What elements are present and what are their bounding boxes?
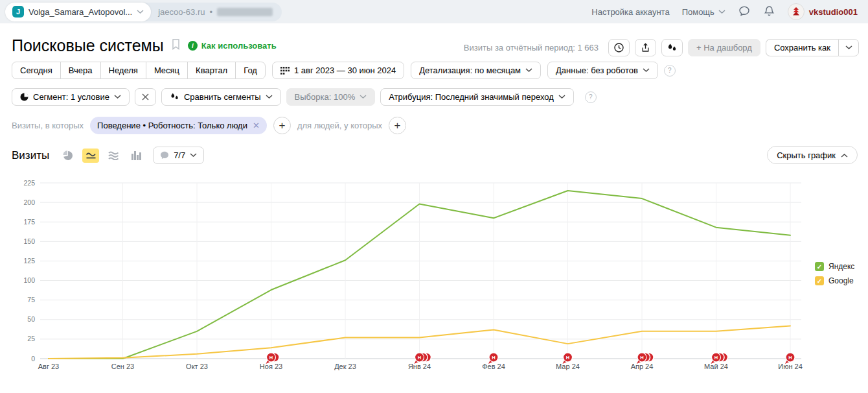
- counter-logo-icon: J: [12, 6, 24, 18]
- data-mode-dropdown[interactable]: Данные: без роботов: [547, 62, 658, 79]
- line-chart-icon[interactable]: [82, 149, 99, 163]
- metric-title: Визиты: [12, 149, 49, 162]
- chart-legend: ✓Яндекс✓Google: [815, 262, 854, 285]
- stacked-area-icon[interactable]: [105, 149, 122, 163]
- svg-text:Н: Н: [492, 355, 495, 361]
- legend-item[interactable]: ✓Google: [815, 276, 854, 285]
- legend-checkbox-icon[interactable]: ✓: [815, 262, 824, 271]
- visits-line-chart[interactable]: 0255075100125150175200225Авг 23Сен 23Окт…: [0, 173, 810, 387]
- chart-type-switcher: [60, 149, 144, 163]
- svg-text:Н: Н: [788, 355, 792, 361]
- y-axis-tick: 125: [23, 257, 35, 265]
- how-to-use-link[interactable]: i Как использовать: [188, 41, 277, 51]
- attribution-dropdown[interactable]: Атрибуция: Последний значимый переход: [380, 88, 574, 106]
- header-actions: Визиты за отчётный период: 1 663 + На да…: [464, 39, 859, 56]
- compare-drops-icon: [170, 93, 179, 101]
- question-icon[interactable]: ?: [664, 65, 676, 77]
- clear-segment-button[interactable]: [135, 88, 156, 106]
- visits-summary: Визиты за отчётный период: 1 663: [464, 43, 599, 53]
- x-axis-tick: Июн 24: [778, 363, 803, 370]
- x-axis-tick: Апр 24: [631, 363, 654, 370]
- title-row: Поисковые системы i Как использовать: [12, 36, 277, 55]
- counter-site-info: jaecoo-63.ru •: [151, 7, 282, 17]
- save-as-button[interactable]: Сохранить как: [766, 39, 838, 56]
- preset-button[interactable]: Месяц: [146, 62, 188, 79]
- save-as-caret-button[interactable]: [838, 39, 859, 56]
- help-menu[interactable]: Помощь: [682, 7, 725, 17]
- hide-chart-button[interactable]: Скрыть график: [767, 146, 858, 164]
- export-button[interactable]: [635, 39, 656, 56]
- y-axis-tick: 200: [23, 198, 35, 206]
- chevron-down-icon: [845, 45, 852, 50]
- x-axis-tick: Ноя 23: [260, 363, 282, 370]
- counter-group: J Volga_Samara_Avtopovol... jaecoo-63.ru…: [5, 3, 282, 21]
- username: vkstudio001: [809, 7, 858, 17]
- account-settings-link[interactable]: Настройка аккаунта: [591, 7, 669, 17]
- legend-item-label: Яндекс: [828, 262, 854, 271]
- x-axis-tick: Май 24: [704, 363, 728, 370]
- goals-selector[interactable]: 7/7: [153, 147, 204, 164]
- user-menu[interactable]: vkstudio001: [788, 3, 858, 20]
- columns-chart-icon[interactable]: [128, 149, 144, 163]
- x-axis-tick: Авг 23: [38, 363, 59, 370]
- for-people-label: для людей, у которых: [297, 121, 382, 130]
- x-axis-tick: Сен 23: [111, 363, 134, 370]
- svg-text:Н: Н: [418, 355, 421, 361]
- bell-icon[interactable]: [763, 5, 775, 19]
- save-as-split-button: Сохранить как: [766, 39, 859, 56]
- add-visit-filter-button[interactable]: +: [273, 117, 291, 134]
- y-axis-tick: 0: [31, 355, 35, 363]
- y-axis-tick: 225: [23, 179, 35, 187]
- sampling-dropdown[interactable]: Выборка: 100%: [286, 88, 376, 106]
- metric-row: Визиты 7/7: [12, 147, 204, 164]
- counter-selector[interactable]: J Volga_Samara_Avtopovol...: [5, 3, 151, 21]
- legend-item[interactable]: ✓Яндекс: [815, 262, 854, 271]
- remove-filter-icon[interactable]: ✕: [253, 121, 260, 130]
- y-axis-tick: 100: [23, 276, 35, 284]
- dot-separator: •: [209, 7, 212, 17]
- svg-text:Н: Н: [566, 355, 569, 361]
- segment-controls-row: Сегмент: 1 условие Сравнить сегменты Выб…: [12, 88, 597, 106]
- grid-icon: [280, 67, 290, 75]
- add-people-filter-button[interactable]: +: [389, 117, 406, 134]
- redacted-counter-id: [217, 8, 273, 16]
- x-axis-tick: Окт 23: [186, 363, 208, 370]
- counter-name: Volga_Samara_Avtopovol...: [29, 7, 132, 17]
- pie-chart-icon[interactable]: [60, 149, 76, 163]
- preset-button[interactable]: Квартал: [187, 62, 236, 79]
- legend-checkbox-icon[interactable]: ✓: [815, 276, 824, 285]
- visits-in-which-label: Визиты, в которых: [12, 121, 84, 130]
- segment-filter-chip[interactable]: Поведение • Роботность: Только люди ✕: [90, 117, 267, 134]
- date-range-button[interactable]: 1 авг 2023 — 30 июн 2024: [272, 62, 404, 79]
- preset-button[interactable]: Вчера: [60, 62, 101, 79]
- chat-icon[interactable]: [738, 5, 751, 19]
- history-button[interactable]: [608, 39, 630, 56]
- avatar: [788, 3, 805, 20]
- to-dashboard-button[interactable]: + На дашборд: [688, 39, 760, 56]
- segments-drops-button[interactable]: [661, 39, 683, 56]
- preset-button[interactable]: Год: [235, 62, 266, 79]
- preset-button[interactable]: Сегодня: [12, 62, 61, 79]
- pie-segment-icon: [20, 93, 29, 101]
- detalization-dropdown[interactable]: Детализация: по месяцам: [411, 62, 541, 79]
- segment-dropdown[interactable]: Сегмент: 1 условие: [12, 88, 130, 106]
- chevron-up-icon: [841, 153, 848, 158]
- filters-row: Визиты, в которых Поведение • Роботность…: [12, 117, 406, 134]
- y-axis-tick: 175: [23, 218, 35, 226]
- page-title: Поисковые системы: [12, 36, 164, 55]
- legend-item-label: Google: [828, 276, 854, 285]
- topbar: J Volga_Samara_Avtopovol... jaecoo-63.ru…: [0, 0, 868, 23]
- close-icon: [142, 93, 149, 101]
- counter-site: jaecoo-63.ru: [158, 7, 205, 17]
- period-presets: СегодняВчераНеделяМесяцКварталГод: [12, 62, 266, 79]
- bookmark-icon[interactable]: [171, 38, 181, 53]
- svg-text:Н: Н: [714, 355, 718, 361]
- compare-segments-dropdown[interactable]: Сравнить сегменты: [161, 88, 281, 106]
- topbar-right: Настройка аккаунта Помощь: [591, 3, 858, 20]
- question-icon[interactable]: ?: [585, 91, 597, 103]
- y-axis-tick: 75: [27, 296, 35, 304]
- chevron-down-icon: [718, 10, 725, 14]
- speech-bubble-icon: [160, 151, 169, 160]
- x-axis-tick: Фев 24: [482, 363, 505, 370]
- preset-button[interactable]: Неделя: [100, 62, 146, 79]
